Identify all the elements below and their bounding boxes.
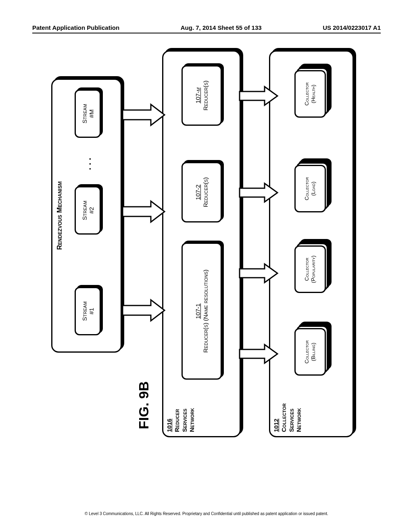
stream-box-1: Stream #1 [75,287,101,335]
collector-network-ref: 1012 [273,403,280,432]
reducer-m-id: 107-m [194,87,201,103]
collector-network-label: 1012 Collector Services Network [273,403,303,432]
collector-stack-popularity: Collector (Popularity) [294,241,331,293]
header-right: US 2014/0223017 A1 [323,24,381,31]
collector-health-l1: Collector [304,82,310,106]
reducer-network-ref: 1016 [166,408,173,432]
collector-load-l1: Collector [304,177,310,200]
reducer-2-id: 107-2 [194,185,201,200]
arrow-stream2-reducer2 [122,200,166,224]
rendezvous-title: Rendezvous Mechanism [56,85,64,347]
stream-1-line1: Stream [81,301,88,321]
reducer-network-label: 1016 Reducer Services Network [166,408,196,432]
collector-stack-health: Collector (Health) [294,65,331,118]
arrow-stream1-reducer1 [122,298,166,322]
stream-m-line2: #M [88,110,95,118]
collector-health-l2: (Health) [310,85,317,103]
collector-billing-l1: Collector [304,340,310,364]
reducer-box-1: 107-1 Reducer(s) (Name resolutions) [181,243,222,380]
reducer-m-label: Reducer(s) [202,81,209,111]
collector-popularity-l2: (Popularity) [310,256,317,283]
figure-diagram: FIG. 9B Rendezvous Mechanism Stream #1 S… [51,89,362,437]
page-header: Patent Application Publication Aug. 7, 2… [32,24,381,33]
reducer-box-m: 107-m Reducer(s) [181,65,222,126]
collector-load-l2: (Load) [310,181,317,195]
header-left: Patent Application Publication [32,24,119,31]
collector-stack-billing: Collector (Billing) [294,323,331,376]
collector-popularity-l1: Collector [304,258,310,281]
ellipsis: . . . [83,158,93,170]
collector-network-l3: Network [295,408,302,432]
figure-label: FIG. 9B [136,381,152,429]
page-footer: © Level 3 Communications, LLC. All Right… [0,511,413,516]
arrow-reducer2-collector-load [239,182,279,204]
reducer-1-id: 107-1 [194,303,201,319]
collector-billing-l2: (Billing) [310,343,317,361]
arrow-reducerm-collector-health [239,85,279,107]
stream-2-line2: #2 [88,207,95,214]
header-center: Aug. 7, 2014 Sheet 55 of 133 [181,24,262,31]
collector-network-l1: Collector [280,403,287,432]
collector-services-network-box: 1012 Collector Services Network Collecto… [269,50,354,437]
arrow-streamm-reducerm [122,103,166,127]
arrow-reducer1-collector-billing [239,343,279,365]
reducer-network-l2: Services [181,409,188,432]
arrow-reducer1-collector-popularity [239,262,279,284]
stream-box-m: Stream #M [75,89,101,138]
rendezvous-mechanism-box: Rendezvous Mechanism Stream #1 Stream #2… [51,79,122,353]
reducer-network-l1: Reducer [173,409,180,432]
stream-m-line1: Stream [81,104,88,124]
reducer-network-l3: Network [188,408,195,432]
collector-network-l2: Services [288,409,295,432]
reducer-2-label: Reducer(s) [202,177,209,208]
reducer-services-network-box: 1016 Reducer Services Network 107-1 Redu… [162,50,241,437]
stream-2-line1: Stream [81,201,88,220]
collector-stack-load: Collector (Load) [294,160,331,212]
reducer-box-2: 107-2 Reducer(s) [181,162,222,222]
stream-1-line2: #1 [88,308,95,315]
stream-box-2: Stream #2 [75,186,101,235]
reducer-1-label: Reducer(s) (Name resolutions) [202,270,209,353]
